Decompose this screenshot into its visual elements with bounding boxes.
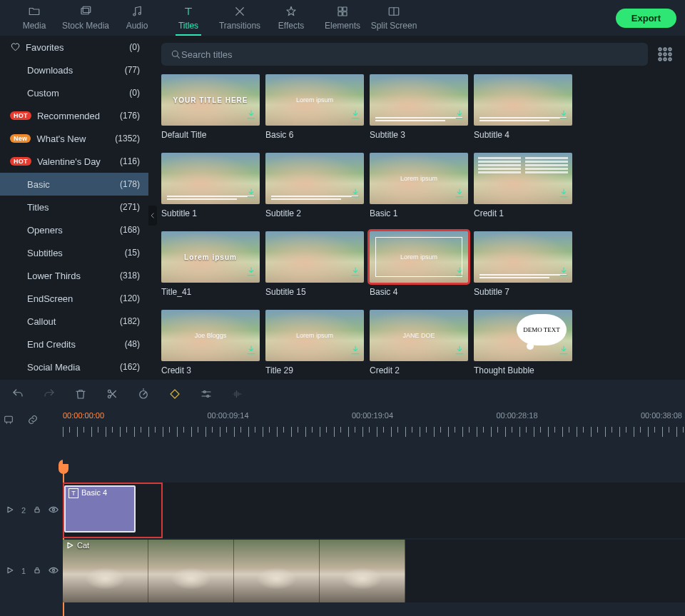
sidebar-item-valentines[interactable]: HOTValentine's Day(116) [0, 150, 148, 173]
download-icon[interactable] [558, 109, 569, 123]
badge: New [10, 134, 31, 143]
video-track-lane[interactable]: 1 Cat [0, 540, 685, 602]
sidebar-item-endscreen[interactable]: EndScreen(120) [0, 287, 148, 310]
search-input[interactable] [181, 49, 639, 60]
tab-audio[interactable]: Audio [111, 1, 163, 35]
lock-icon[interactable] [33, 566, 41, 576]
lock-icon[interactable] [33, 505, 41, 515]
title-card-basic-4[interactable]: Lorem ipsumBasic 4 [370, 231, 468, 297]
main-row: Favorites(0)Downloads(77)Custom(0)HOTRec… [0, 36, 685, 380]
sidebar-item-count: (48) [125, 339, 140, 349]
sidebar-item-custom[interactable]: Custom(0) [0, 81, 148, 104]
sidebar-item-label: Downloads [27, 65, 73, 76]
title-card-subtitle-3[interactable]: Subtitle 3 [370, 74, 468, 140]
sidebar-item-callout[interactable]: Callout(182) [0, 310, 148, 333]
sidebar-item-recommended[interactable]: HOTRecommended(176) [0, 104, 148, 127]
download-icon[interactable] [454, 188, 465, 201]
video-clip[interactable]: Cat [63, 540, 405, 602]
thumbnail [370, 74, 468, 126]
track-index: 2 [21, 506, 26, 515]
title-card-default-title[interactable]: YOUR TITLE HEREDefault Title [161, 74, 260, 140]
tab-media[interactable]: Media [9, 1, 60, 35]
tab-label: Elements [325, 21, 360, 31]
title-card-credit-2[interactable]: JANE DOECredit 2 [370, 310, 468, 375]
download-icon[interactable] [454, 109, 465, 123]
sidebar-item-basic[interactable]: Basic(178) [0, 173, 148, 196]
download-icon[interactable] [350, 188, 361, 201]
sidebar-item-end-credits[interactable]: End Credits(48) [0, 333, 148, 355]
title-card-credit-1[interactable]: Credit 1 [474, 153, 572, 218]
tab-elements[interactable]: Elements [317, 1, 368, 35]
svg-rect-24 [5, 416, 13, 422]
title-card-subtitle-2[interactable]: Subtitle 2 [265, 153, 364, 218]
view-toggle-button[interactable] [655, 44, 675, 64]
svg-rect-0 [81, 9, 89, 14]
title-clip[interactable]: TBasic 4 [64, 485, 136, 532]
download-icon[interactable] [454, 266, 465, 280]
card-caption: Default Title [161, 130, 260, 140]
time-ruler[interactable]: 00:00:00:0000:00:09:1400:00:19:0400:00:2… [63, 408, 685, 441]
tab-effects[interactable]: Effects [265, 1, 317, 35]
card-caption: Title_41 [161, 287, 260, 297]
marker-tool[interactable] [3, 414, 14, 428]
title-card-basic-6[interactable]: Lorem ipsumBasic 6 [265, 74, 364, 140]
tab-stock-media[interactable]: Stock Media [60, 1, 111, 35]
download-icon[interactable] [558, 188, 569, 201]
download-icon[interactable] [454, 345, 465, 358]
download-icon[interactable] [350, 109, 361, 123]
tab-split-screen[interactable]: Split Screen [368, 1, 420, 35]
split-button[interactable] [104, 386, 120, 402]
adjust-button[interactable] [198, 386, 214, 402]
title-card-subtitle-4[interactable]: Subtitle 4 [474, 74, 572, 140]
sidebar-item-subtitles[interactable]: Subtitles(15) [0, 241, 148, 264]
title-card-credit-3[interactable]: Joe BloggsCredit 3 [161, 310, 260, 375]
sidebar-item-lower-thirds[interactable]: Lower Thirds(318) [0, 264, 148, 287]
tab-label: Transitions [219, 21, 260, 31]
thumbnail: JANE DOE [370, 310, 468, 361]
download-icon[interactable] [245, 345, 257, 358]
sidebar-item-social-media[interactable]: Social Media(162) [0, 355, 148, 378]
title-track-lane[interactable]: 2 TBasic 4 [0, 483, 685, 538]
download-icon[interactable] [245, 109, 257, 123]
sidebar-item-downloads[interactable]: Downloads(77) [0, 59, 148, 81]
sidebar-item-label: EndScreen [27, 293, 73, 304]
title-card-subtitle-15[interactable]: Subtitle 15 [265, 231, 364, 297]
keyframe-button[interactable] [167, 386, 183, 402]
download-icon[interactable] [350, 345, 361, 358]
collapse-sidebar-handle[interactable] [148, 206, 157, 226]
title-card-basic-1[interactable]: Lorem ipsumBasic 1 [370, 153, 468, 218]
download-icon[interactable] [558, 345, 569, 358]
audio-wave-button[interactable] [230, 386, 245, 402]
sidebar-item-titles[interactable]: Titles(271) [0, 196, 148, 218]
download-icon[interactable] [245, 188, 257, 201]
svg-point-16 [659, 58, 661, 61]
tab-transitions[interactable]: Transitions [214, 1, 265, 35]
tab-titles[interactable]: Titles [163, 1, 214, 35]
title-card-subtitle-1[interactable]: Subtitle 1 [161, 153, 260, 218]
svg-point-18 [669, 58, 671, 61]
thumbnail [161, 153, 260, 204]
export-button[interactable]: Export [616, 9, 676, 28]
title-card-title-29[interactable]: Lorem ipsumTitle 29 [265, 310, 364, 375]
eye-icon[interactable] [49, 565, 59, 577]
card-caption: Subtitle 4 [474, 130, 572, 140]
redo-button[interactable] [41, 386, 57, 402]
download-icon[interactable] [245, 266, 257, 280]
title-card-thought-bubble[interactable]: DEMO TEXTThought Bubble [474, 310, 572, 375]
download-icon[interactable] [350, 266, 361, 280]
speed-button[interactable] [136, 386, 151, 402]
title-card-subtitle-7[interactable]: Subtitle 7 [474, 231, 572, 297]
link-tool[interactable] [27, 414, 39, 428]
download-icon[interactable] [558, 266, 569, 280]
svg-point-10 [659, 48, 661, 51]
thumbnail [265, 231, 364, 283]
delete-button[interactable] [73, 386, 88, 402]
sidebar-item-favorites[interactable]: Favorites(0) [0, 36, 148, 59]
sidebar-item-label: Openers [27, 225, 63, 236]
title-card-title-41[interactable]: Lorem ipsumTitle_41 [161, 231, 260, 297]
sidebar-item-whats-new[interactable]: NewWhat's New(1352) [0, 127, 148, 150]
eye-icon[interactable] [49, 505, 59, 516]
sidebar-item-openers[interactable]: Openers(168) [0, 218, 148, 241]
search-box[interactable] [161, 43, 648, 66]
undo-button[interactable] [10, 386, 26, 402]
